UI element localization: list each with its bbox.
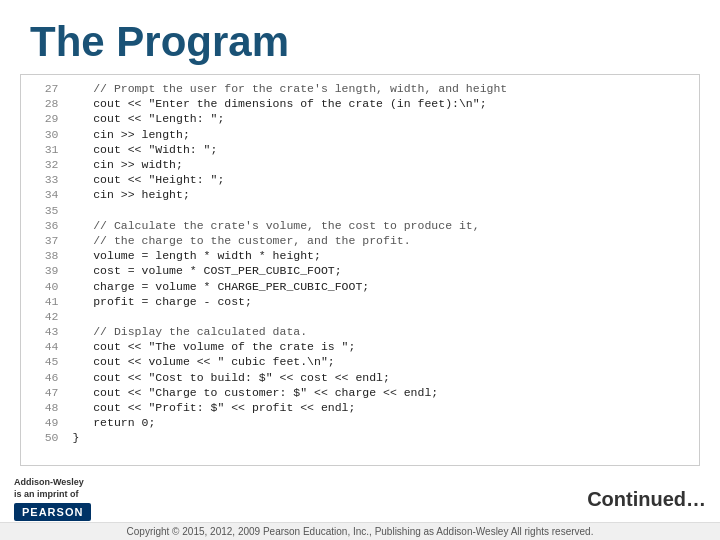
line-code: cout << "Enter the dimensions of the cra… [70, 96, 689, 111]
line-code: // Calculate the crate's volume, the cos… [70, 218, 689, 233]
line-code: cout << "Cost to build: $" << cost << en… [70, 370, 689, 385]
line-number: 38 [31, 248, 70, 263]
slide-container: The Program 27 // Prompt the user for th… [0, 0, 720, 540]
table-row: 49 return 0; [31, 415, 689, 430]
table-row: 46 cout << "Cost to build: $" << cost <<… [31, 370, 689, 385]
table-row: 42 [31, 309, 689, 324]
line-code: cout << "Width: "; [70, 142, 689, 157]
line-number: 31 [31, 142, 70, 157]
code-area: 27 // Prompt the user for the crate's le… [20, 74, 700, 466]
table-row: 50} [31, 430, 689, 445]
line-code: cin >> height; [70, 187, 689, 202]
continued-text: Continued… [587, 488, 706, 511]
addison-wesley-text: Addison-Wesley is an imprint of [14, 477, 84, 500]
line-number: 44 [31, 339, 70, 354]
table-row: 37 // the charge to the customer, and th… [31, 233, 689, 248]
line-number: 39 [31, 263, 70, 278]
table-row: 30 cin >> length; [31, 127, 689, 142]
line-number: 40 [31, 278, 70, 293]
line-code: return 0; [70, 415, 689, 430]
line-code: volume = length * width * height; [70, 248, 689, 263]
line-code: // Prompt the user for the crate's lengt… [70, 81, 689, 96]
table-row: 33 cout << "Height: "; [31, 172, 689, 187]
line-number: 33 [31, 172, 70, 187]
line-number: 43 [31, 324, 70, 339]
line-code: cout << "The volume of the crate is "; [70, 339, 689, 354]
table-row: 27 // Prompt the user for the crate's le… [31, 81, 689, 96]
table-row: 43 // Display the calculated data. [31, 324, 689, 339]
line-code: cout << "Profit: $" << profit << endl; [70, 400, 689, 415]
line-number: 45 [31, 354, 70, 369]
table-row: 35 [31, 203, 689, 218]
table-row: 29 cout << "Length: "; [31, 111, 689, 126]
line-number: 42 [31, 309, 70, 324]
line-code [70, 203, 689, 218]
line-number: 35 [31, 203, 70, 218]
bottom-bar: Addison-Wesley is an imprint of PEARSON … [0, 476, 720, 522]
line-number: 32 [31, 157, 70, 172]
line-number: 37 [31, 233, 70, 248]
table-row: 39 cost = volume * COST_PER_CUBIC_FOOT; [31, 263, 689, 278]
line-number: 50 [31, 430, 70, 445]
line-number: 46 [31, 370, 70, 385]
table-row: 31 cout << "Width: "; [31, 142, 689, 157]
line-code [70, 309, 689, 324]
line-code: cout << "Charge to customer: $" << charg… [70, 385, 689, 400]
bottom-left: Addison-Wesley is an imprint of PEARSON [14, 477, 91, 520]
pearson-logo: PEARSON [14, 503, 91, 521]
table-row: 36 // Calculate the crate's volume, the … [31, 218, 689, 233]
slide-title: The Program [0, 0, 720, 74]
table-row: 47 cout << "Charge to customer: $" << ch… [31, 385, 689, 400]
line-code: cin >> width; [70, 157, 689, 172]
table-row: 38 volume = length * width * height; [31, 248, 689, 263]
table-row: 45 cout << volume << " cubic feet.\n"; [31, 354, 689, 369]
line-code: cout << "Length: "; [70, 111, 689, 126]
line-code: cin >> length; [70, 127, 689, 142]
copyright-bar: Copyright © 2015, 2012, 2009 Pearson Edu… [0, 522, 720, 540]
table-row: 34 cin >> height; [31, 187, 689, 202]
line-code: // the charge to the customer, and the p… [70, 233, 689, 248]
line-number: 36 [31, 218, 70, 233]
line-number: 29 [31, 111, 70, 126]
line-number: 48 [31, 400, 70, 415]
line-code: cost = volume * COST_PER_CUBIC_FOOT; [70, 263, 689, 278]
line-number: 47 [31, 385, 70, 400]
table-row: 28 cout << "Enter the dimensions of the … [31, 96, 689, 111]
line-number: 28 [31, 96, 70, 111]
line-number: 41 [31, 294, 70, 309]
line-number: 27 [31, 81, 70, 96]
code-table: 27 // Prompt the user for the crate's le… [31, 81, 689, 446]
line-number: 34 [31, 187, 70, 202]
line-number: 49 [31, 415, 70, 430]
line-number: 30 [31, 127, 70, 142]
line-code: charge = volume * CHARGE_PER_CUBIC_FOOT; [70, 278, 689, 293]
table-row: 32 cin >> width; [31, 157, 689, 172]
table-row: 41 profit = charge - cost; [31, 294, 689, 309]
table-row: 40 charge = volume * CHARGE_PER_CUBIC_FO… [31, 278, 689, 293]
line-code: cout << "Height: "; [70, 172, 689, 187]
line-code: cout << volume << " cubic feet.\n"; [70, 354, 689, 369]
table-row: 44 cout << "The volume of the crate is "… [31, 339, 689, 354]
line-code: } [70, 430, 689, 445]
line-code: // Display the calculated data. [70, 324, 689, 339]
line-code: profit = charge - cost; [70, 294, 689, 309]
table-row: 48 cout << "Profit: $" << profit << endl… [31, 400, 689, 415]
